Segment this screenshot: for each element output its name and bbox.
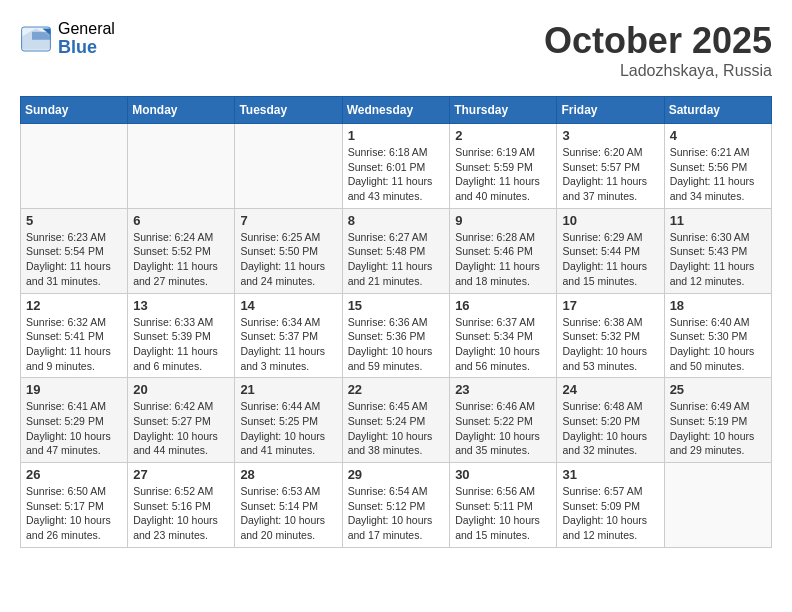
calendar-cell: 12Sunrise: 6:32 AM Sunset: 5:41 PM Dayli… <box>21 293 128 378</box>
day-number: 27 <box>133 467 229 482</box>
column-header-thursday: Thursday <box>450 97 557 124</box>
day-number: 21 <box>240 382 336 397</box>
day-info: Sunrise: 6:56 AM Sunset: 5:11 PM Dayligh… <box>455 484 551 543</box>
day-number: 30 <box>455 467 551 482</box>
calendar-cell: 22Sunrise: 6:45 AM Sunset: 5:24 PM Dayli… <box>342 378 450 463</box>
day-info: Sunrise: 6:52 AM Sunset: 5:16 PM Dayligh… <box>133 484 229 543</box>
column-header-monday: Monday <box>128 97 235 124</box>
day-number: 6 <box>133 213 229 228</box>
column-header-sunday: Sunday <box>21 97 128 124</box>
day-number: 18 <box>670 298 766 313</box>
calendar-cell: 3Sunrise: 6:20 AM Sunset: 5:57 PM Daylig… <box>557 124 664 209</box>
calendar-table: SundayMondayTuesdayWednesdayThursdayFrid… <box>20 96 772 548</box>
calendar-cell: 4Sunrise: 6:21 AM Sunset: 5:56 PM Daylig… <box>664 124 771 209</box>
day-number: 1 <box>348 128 445 143</box>
day-number: 12 <box>26 298 122 313</box>
day-info: Sunrise: 6:29 AM Sunset: 5:44 PM Dayligh… <box>562 230 658 289</box>
calendar-cell: 28Sunrise: 6:53 AM Sunset: 5:14 PM Dayli… <box>235 463 342 548</box>
day-number: 13 <box>133 298 229 313</box>
calendar-cell: 20Sunrise: 6:42 AM Sunset: 5:27 PM Dayli… <box>128 378 235 463</box>
day-info: Sunrise: 6:19 AM Sunset: 5:59 PM Dayligh… <box>455 145 551 204</box>
day-info: Sunrise: 6:28 AM Sunset: 5:46 PM Dayligh… <box>455 230 551 289</box>
day-number: 17 <box>562 298 658 313</box>
day-info: Sunrise: 6:36 AM Sunset: 5:36 PM Dayligh… <box>348 315 445 374</box>
calendar-cell: 26Sunrise: 6:50 AM Sunset: 5:17 PM Dayli… <box>21 463 128 548</box>
day-info: Sunrise: 6:38 AM Sunset: 5:32 PM Dayligh… <box>562 315 658 374</box>
column-header-saturday: Saturday <box>664 97 771 124</box>
day-number: 3 <box>562 128 658 143</box>
calendar-cell: 13Sunrise: 6:33 AM Sunset: 5:39 PM Dayli… <box>128 293 235 378</box>
calendar-cell: 16Sunrise: 6:37 AM Sunset: 5:34 PM Dayli… <box>450 293 557 378</box>
day-info: Sunrise: 6:40 AM Sunset: 5:30 PM Dayligh… <box>670 315 766 374</box>
calendar-cell: 21Sunrise: 6:44 AM Sunset: 5:25 PM Dayli… <box>235 378 342 463</box>
day-info: Sunrise: 6:42 AM Sunset: 5:27 PM Dayligh… <box>133 399 229 458</box>
day-info: Sunrise: 6:41 AM Sunset: 5:29 PM Dayligh… <box>26 399 122 458</box>
column-header-wednesday: Wednesday <box>342 97 450 124</box>
day-number: 19 <box>26 382 122 397</box>
day-info: Sunrise: 6:20 AM Sunset: 5:57 PM Dayligh… <box>562 145 658 204</box>
day-info: Sunrise: 6:23 AM Sunset: 5:54 PM Dayligh… <box>26 230 122 289</box>
page-header: General Blue October 2025 Ladozhskaya, R… <box>20 20 772 80</box>
calendar-cell: 1Sunrise: 6:18 AM Sunset: 6:01 PM Daylig… <box>342 124 450 209</box>
column-header-friday: Friday <box>557 97 664 124</box>
calendar-location: Ladozhskaya, Russia <box>544 62 772 80</box>
calendar-cell: 9Sunrise: 6:28 AM Sunset: 5:46 PM Daylig… <box>450 208 557 293</box>
calendar-header-row: SundayMondayTuesdayWednesdayThursdayFrid… <box>21 97 772 124</box>
calendar-cell <box>128 124 235 209</box>
calendar-cell: 6Sunrise: 6:24 AM Sunset: 5:52 PM Daylig… <box>128 208 235 293</box>
day-number: 2 <box>455 128 551 143</box>
calendar-cell: 5Sunrise: 6:23 AM Sunset: 5:54 PM Daylig… <box>21 208 128 293</box>
day-number: 8 <box>348 213 445 228</box>
day-number: 24 <box>562 382 658 397</box>
calendar-cell: 14Sunrise: 6:34 AM Sunset: 5:37 PM Dayli… <box>235 293 342 378</box>
day-info: Sunrise: 6:32 AM Sunset: 5:41 PM Dayligh… <box>26 315 122 374</box>
calendar-week-row: 12Sunrise: 6:32 AM Sunset: 5:41 PM Dayli… <box>21 293 772 378</box>
day-info: Sunrise: 6:49 AM Sunset: 5:19 PM Dayligh… <box>670 399 766 458</box>
calendar-cell: 8Sunrise: 6:27 AM Sunset: 5:48 PM Daylig… <box>342 208 450 293</box>
day-number: 10 <box>562 213 658 228</box>
day-info: Sunrise: 6:18 AM Sunset: 6:01 PM Dayligh… <box>348 145 445 204</box>
day-info: Sunrise: 6:30 AM Sunset: 5:43 PM Dayligh… <box>670 230 766 289</box>
calendar-cell: 27Sunrise: 6:52 AM Sunset: 5:16 PM Dayli… <box>128 463 235 548</box>
day-info: Sunrise: 6:46 AM Sunset: 5:22 PM Dayligh… <box>455 399 551 458</box>
calendar-week-row: 1Sunrise: 6:18 AM Sunset: 6:01 PM Daylig… <box>21 124 772 209</box>
calendar-cell: 17Sunrise: 6:38 AM Sunset: 5:32 PM Dayli… <box>557 293 664 378</box>
calendar-week-row: 26Sunrise: 6:50 AM Sunset: 5:17 PM Dayli… <box>21 463 772 548</box>
day-info: Sunrise: 6:45 AM Sunset: 5:24 PM Dayligh… <box>348 399 445 458</box>
calendar-cell: 30Sunrise: 6:56 AM Sunset: 5:11 PM Dayli… <box>450 463 557 548</box>
calendar-cell: 2Sunrise: 6:19 AM Sunset: 5:59 PM Daylig… <box>450 124 557 209</box>
calendar-cell: 11Sunrise: 6:30 AM Sunset: 5:43 PM Dayli… <box>664 208 771 293</box>
day-info: Sunrise: 6:44 AM Sunset: 5:25 PM Dayligh… <box>240 399 336 458</box>
day-number: 28 <box>240 467 336 482</box>
calendar-cell <box>21 124 128 209</box>
day-number: 7 <box>240 213 336 228</box>
day-info: Sunrise: 6:25 AM Sunset: 5:50 PM Dayligh… <box>240 230 336 289</box>
day-info: Sunrise: 6:50 AM Sunset: 5:17 PM Dayligh… <box>26 484 122 543</box>
day-number: 9 <box>455 213 551 228</box>
calendar-cell: 31Sunrise: 6:57 AM Sunset: 5:09 PM Dayli… <box>557 463 664 548</box>
calendar-cell <box>235 124 342 209</box>
calendar-week-row: 19Sunrise: 6:41 AM Sunset: 5:29 PM Dayli… <box>21 378 772 463</box>
calendar-cell: 15Sunrise: 6:36 AM Sunset: 5:36 PM Dayli… <box>342 293 450 378</box>
day-number: 16 <box>455 298 551 313</box>
logo: General Blue <box>20 20 115 57</box>
title-block: October 2025 Ladozhskaya, Russia <box>544 20 772 80</box>
day-number: 23 <box>455 382 551 397</box>
day-number: 15 <box>348 298 445 313</box>
day-number: 29 <box>348 467 445 482</box>
calendar-cell: 25Sunrise: 6:49 AM Sunset: 5:19 PM Dayli… <box>664 378 771 463</box>
day-info: Sunrise: 6:57 AM Sunset: 5:09 PM Dayligh… <box>562 484 658 543</box>
logo-text: General Blue <box>58 20 115 57</box>
day-number: 11 <box>670 213 766 228</box>
day-number: 5 <box>26 213 122 228</box>
day-info: Sunrise: 6:37 AM Sunset: 5:34 PM Dayligh… <box>455 315 551 374</box>
calendar-cell: 29Sunrise: 6:54 AM Sunset: 5:12 PM Dayli… <box>342 463 450 548</box>
calendar-cell: 19Sunrise: 6:41 AM Sunset: 5:29 PM Dayli… <box>21 378 128 463</box>
day-info: Sunrise: 6:54 AM Sunset: 5:12 PM Dayligh… <box>348 484 445 543</box>
day-number: 26 <box>26 467 122 482</box>
day-info: Sunrise: 6:24 AM Sunset: 5:52 PM Dayligh… <box>133 230 229 289</box>
calendar-cell <box>664 463 771 548</box>
day-info: Sunrise: 6:27 AM Sunset: 5:48 PM Dayligh… <box>348 230 445 289</box>
day-number: 31 <box>562 467 658 482</box>
day-number: 22 <box>348 382 445 397</box>
